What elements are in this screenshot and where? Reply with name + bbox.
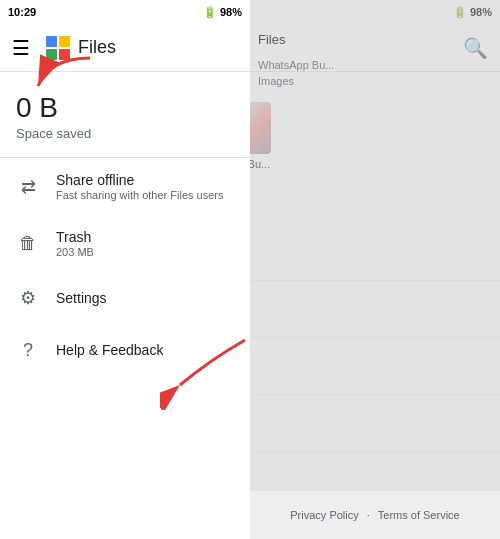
right-side-title: Files	[258, 24, 492, 55]
drawer-appbar: ☰ Files	[0, 24, 250, 72]
settings-item[interactable]: ⚙ Settings	[0, 272, 250, 324]
share-offline-text: Share offline Fast sharing with other Fi…	[56, 172, 234, 201]
drawer-title-group: Files	[46, 36, 116, 60]
right-side-overlay: Files WhatsApp Bu... Images	[250, 0, 500, 539]
drawer-files-icon	[46, 36, 70, 60]
menu-item-name: Share offline	[56, 172, 234, 188]
menu-item-name: Trash	[56, 229, 234, 245]
privacy-policy-link[interactable]: Privacy Policy	[290, 509, 358, 521]
space-amount: 0 B	[16, 92, 234, 124]
drawer-status-bar: 10:29 🔋 98%	[0, 0, 250, 24]
drawer-panel: 10:29 🔋 98% ☰ Files 0 B Space saved ⇄ Sh…	[0, 0, 250, 539]
menu-item-name: Help & Feedback	[56, 342, 234, 358]
share-icon: ⇄	[16, 175, 40, 199]
footer-dot: ·	[367, 509, 370, 521]
menu-item-subtitle: Fast sharing with other Files users	[56, 189, 234, 201]
trash-text: Trash 203 MB	[56, 229, 234, 258]
drawer-title: Files	[78, 37, 116, 58]
settings-text: Settings	[56, 290, 234, 306]
share-offline-item[interactable]: ⇄ Share offline Fast sharing with other …	[0, 158, 250, 215]
right-side-content: Files WhatsApp Bu... Images	[250, 0, 500, 95]
help-item[interactable]: ? Help & Feedback	[0, 324, 250, 376]
trash-icon: 🗑	[16, 232, 40, 256]
terms-of-service-link[interactable]: Terms of Service	[378, 509, 460, 521]
drawer-time: 10:29	[8, 6, 36, 18]
drawer-battery: 98%	[220, 6, 242, 18]
drawer-battery-icon: 🔋	[203, 6, 217, 19]
settings-icon: ⚙	[16, 286, 40, 310]
space-label: Space saved	[16, 126, 234, 141]
drawer-menu-icon[interactable]: ☰	[12, 36, 30, 60]
space-saved-section: 0 B Space saved	[0, 72, 250, 158]
trash-size: 203 MB	[56, 246, 234, 258]
footer-area: Privacy Policy · Terms of Service	[250, 491, 500, 539]
trash-item[interactable]: 🗑 Trash 203 MB	[0, 215, 250, 272]
menu-item-name: Settings	[56, 290, 234, 306]
help-icon: ?	[16, 338, 40, 362]
help-text: Help & Feedback	[56, 342, 234, 358]
